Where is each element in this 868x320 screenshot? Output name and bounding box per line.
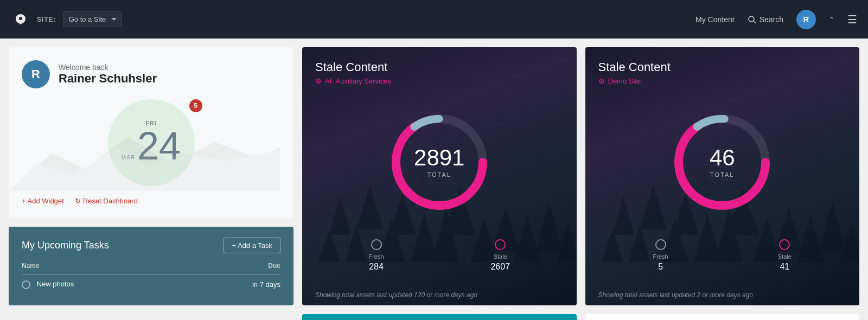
stale-card-2: Stale Content ⊕ Demo Site 46 TOTAL [585, 47, 860, 305]
task-due: in 7 days [190, 274, 280, 295]
hamburger-button[interactable]: ☰ [847, 13, 857, 26]
topnav-left: SITE: Go to a Site [11, 10, 122, 29]
task-name-cell: New photos [22, 274, 190, 295]
col-due-header: Due [190, 262, 280, 274]
welcome-card: R Welcome back Rainer Schuhsler FRI MAR … [9, 47, 293, 218]
chevron-down-icon[interactable]: ⌃ [829, 16, 834, 23]
fresh-value-1: 284 [368, 262, 384, 272]
stale-circle-1 [495, 239, 506, 250]
bottom-row: My Content Notifications [0, 314, 868, 320]
stats-row-2: Fresh 5 Stale 41 [598, 239, 847, 272]
stats-row-1: Fresh 284 Stale 2607 [315, 239, 564, 272]
notifications-card: Notifications [585, 314, 860, 320]
site-name-2: Demo Site [608, 77, 641, 85]
site-icon-1: ⊕ [315, 76, 322, 85]
donut-center-2: 46 TOTAL [710, 146, 735, 178]
stale-circle-2 [779, 239, 790, 250]
site-label: SITE: [37, 16, 56, 23]
stale-card-2-title: Stale Content [598, 60, 847, 74]
stale-card-1-footer: Showing total assets last updated 120 or… [302, 285, 577, 305]
table-row: New photos in 7 days [22, 274, 280, 295]
stale-card-2-footer: Showing total assets last updated 2 or m… [585, 285, 860, 305]
add-widget-button[interactable]: + Add Widget [22, 197, 64, 205]
search-icon [748, 15, 756, 24]
svg-point-1 [749, 16, 754, 22]
fresh-label-2: Fresh [653, 253, 668, 260]
stale-label-2: Stale [778, 253, 792, 260]
mountain-decoration [9, 126, 280, 191]
donut-number-2: 46 [710, 146, 735, 169]
svg-point-0 [19, 17, 22, 20]
my-content-card: My Content [302, 314, 577, 320]
donut-label-2: TOTAL [710, 171, 735, 178]
fresh-stat-1: Fresh 284 [368, 239, 384, 272]
user-avatar-nav[interactable]: R [796, 10, 816, 29]
stale-label-1: Stale [490, 253, 510, 260]
my-content-link[interactable]: My Content [695, 15, 735, 24]
tasks-table: Name Due New photos in 7 days [22, 262, 280, 295]
donut-chart-1: 2891 TOTAL [385, 96, 494, 228]
fresh-stat-2: Fresh 5 [653, 239, 668, 272]
donut-label-1: TOTAL [414, 171, 464, 178]
tasks-header: My Upcoming Tasks + Add a Task [22, 238, 280, 253]
topnav: SITE: Go to a Site My Content Search R ⌃… [0, 0, 868, 39]
notification-badge: 5 [189, 99, 202, 112]
search-button[interactable]: Search [748, 15, 783, 24]
stale-stat-1: Stale 2607 [490, 239, 510, 272]
left-column: R Welcome back Rainer Schuhsler FRI MAR … [9, 47, 293, 305]
reset-dashboard-button[interactable]: ↻ Reset Dashboard [75, 197, 138, 205]
welcome-header: R Welcome back Rainer Schuhsler [22, 60, 280, 88]
fresh-label-1: Fresh [368, 253, 384, 260]
stale-card-2-site-row: ⊕ Demo Site [598, 76, 847, 85]
reset-label: Reset Dashboard [83, 197, 138, 205]
stale-card-2-content: Stale Content ⊕ Demo Site 46 TOTAL [585, 47, 860, 285]
add-task-button[interactable]: + Add a Task [224, 238, 280, 253]
stale-card-1-title: Stale Content [315, 60, 564, 74]
stale-value-1: 2607 [490, 262, 510, 272]
donut-center-1: 2891 TOTAL [414, 146, 464, 178]
topnav-right: My Content Search R ⌃ ☰ [695, 10, 857, 29]
fresh-circle-2 [655, 239, 666, 250]
logo-icon[interactable] [11, 10, 30, 29]
donut-chart-2: 46 TOTAL [668, 96, 776, 228]
site-select[interactable]: Go to a Site [63, 11, 122, 27]
site-name-1: AF Auxiliary Services [325, 77, 391, 85]
col-name-header: Name [22, 262, 190, 274]
site-icon-2: ⊕ [598, 76, 605, 85]
stale-card-1: Stale Content ⊕ AF Auxiliary Services 28… [302, 47, 577, 305]
svg-line-2 [754, 21, 756, 23]
welcome-name: Rainer Schuhsler [59, 72, 157, 86]
fresh-circle-1 [371, 239, 382, 250]
stale-card-1-content: Stale Content ⊕ AF Auxiliary Services 28… [302, 47, 577, 285]
tasks-card: My Upcoming Tasks + Add a Task Name Due … [9, 227, 293, 305]
welcome-text-block: Welcome back Rainer Schuhsler [59, 63, 157, 86]
stale-stat-2: Stale 41 [778, 239, 792, 272]
user-avatar-card: R [22, 60, 50, 88]
fresh-value-2: 5 [653, 262, 668, 272]
card-footer: + Add Widget ↻ Reset Dashboard [22, 197, 280, 205]
stale-value-2: 41 [778, 262, 792, 272]
task-name: New photos [37, 280, 74, 288]
tasks-title: My Upcoming Tasks [22, 240, 109, 251]
search-label: Search [760, 15, 783, 24]
welcome-greeting: Welcome back [59, 63, 157, 72]
task-status-circle [22, 280, 30, 289]
stale-card-1-site-row: ⊕ AF Auxiliary Services [315, 76, 564, 85]
donut-number-1: 2891 [414, 146, 464, 169]
reset-icon: ↻ [75, 197, 81, 205]
main-content: R Welcome back Rainer Schuhsler FRI MAR … [0, 39, 868, 314]
